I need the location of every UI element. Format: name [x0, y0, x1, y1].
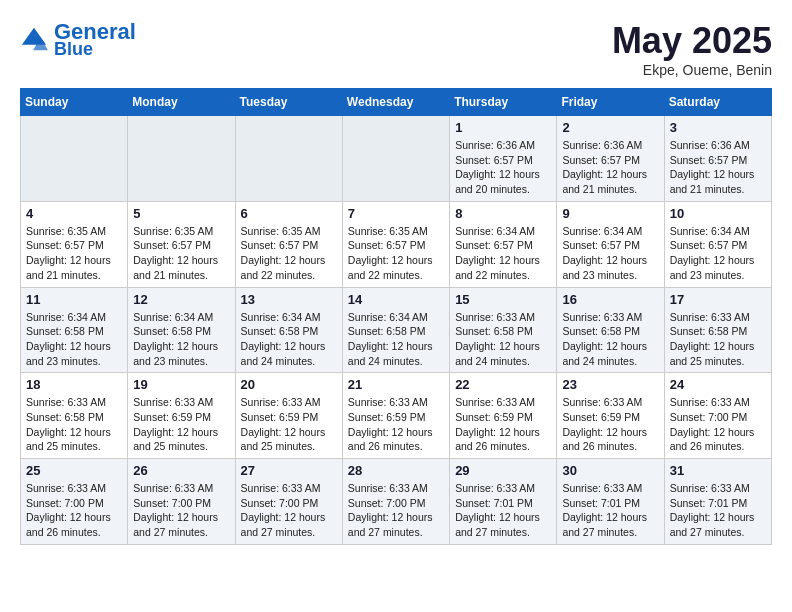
- day-of-week-tuesday: Tuesday: [235, 89, 342, 116]
- day-number: 18: [26, 377, 122, 392]
- day-number: 3: [670, 120, 766, 135]
- logo: General Blue: [20, 20, 136, 60]
- calendar-cell: 26Sunrise: 6:33 AM Sunset: 7:00 PM Dayli…: [128, 459, 235, 545]
- calendar-cell: 31Sunrise: 6:33 AM Sunset: 7:01 PM Dayli…: [664, 459, 771, 545]
- day-number: 6: [241, 206, 337, 221]
- calendar-cell: 3Sunrise: 6:36 AM Sunset: 6:57 PM Daylig…: [664, 116, 771, 202]
- day-number: 27: [241, 463, 337, 478]
- day-number: 12: [133, 292, 229, 307]
- day-info: Sunrise: 6:35 AM Sunset: 6:57 PM Dayligh…: [348, 224, 444, 283]
- logo-text: General Blue: [54, 20, 136, 60]
- calendar-cell: 11Sunrise: 6:34 AM Sunset: 6:58 PM Dayli…: [21, 287, 128, 373]
- calendar-cell: 10Sunrise: 6:34 AM Sunset: 6:57 PM Dayli…: [664, 201, 771, 287]
- day-number: 13: [241, 292, 337, 307]
- day-number: 26: [133, 463, 229, 478]
- day-of-week-wednesday: Wednesday: [342, 89, 449, 116]
- day-number: 19: [133, 377, 229, 392]
- day-info: Sunrise: 6:33 AM Sunset: 7:01 PM Dayligh…: [562, 481, 658, 540]
- day-number: 25: [26, 463, 122, 478]
- day-info: Sunrise: 6:33 AM Sunset: 6:59 PM Dayligh…: [562, 395, 658, 454]
- day-info: Sunrise: 6:33 AM Sunset: 6:58 PM Dayligh…: [455, 310, 551, 369]
- day-number: 1: [455, 120, 551, 135]
- calendar-cell: 13Sunrise: 6:34 AM Sunset: 6:58 PM Dayli…: [235, 287, 342, 373]
- day-number: 21: [348, 377, 444, 392]
- day-info: Sunrise: 6:33 AM Sunset: 6:59 PM Dayligh…: [133, 395, 229, 454]
- day-of-week-friday: Friday: [557, 89, 664, 116]
- calendar-week-row: 1Sunrise: 6:36 AM Sunset: 6:57 PM Daylig…: [21, 116, 772, 202]
- calendar-cell: 28Sunrise: 6:33 AM Sunset: 7:00 PM Dayli…: [342, 459, 449, 545]
- calendar-title: May 2025: [612, 20, 772, 62]
- title-block: May 2025 Ekpe, Oueme, Benin: [612, 20, 772, 78]
- calendar-cell: 16Sunrise: 6:33 AM Sunset: 6:58 PM Dayli…: [557, 287, 664, 373]
- calendar-cell: 2Sunrise: 6:36 AM Sunset: 6:57 PM Daylig…: [557, 116, 664, 202]
- day-number: 9: [562, 206, 658, 221]
- day-info: Sunrise: 6:33 AM Sunset: 7:00 PM Dayligh…: [670, 395, 766, 454]
- calendar-subtitle: Ekpe, Oueme, Benin: [612, 62, 772, 78]
- day-number: 29: [455, 463, 551, 478]
- day-number: 31: [670, 463, 766, 478]
- day-number: 23: [562, 377, 658, 392]
- day-info: Sunrise: 6:36 AM Sunset: 6:57 PM Dayligh…: [562, 138, 658, 197]
- calendar-cell: 24Sunrise: 6:33 AM Sunset: 7:00 PM Dayli…: [664, 373, 771, 459]
- calendar-header-row: SundayMondayTuesdayWednesdayThursdayFrid…: [21, 89, 772, 116]
- day-info: Sunrise: 6:33 AM Sunset: 6:58 PM Dayligh…: [562, 310, 658, 369]
- logo-icon: [20, 26, 48, 54]
- day-of-week-thursday: Thursday: [450, 89, 557, 116]
- day-info: Sunrise: 6:34 AM Sunset: 6:58 PM Dayligh…: [241, 310, 337, 369]
- day-of-week-sunday: Sunday: [21, 89, 128, 116]
- day-number: 4: [26, 206, 122, 221]
- calendar-cell: 15Sunrise: 6:33 AM Sunset: 6:58 PM Dayli…: [450, 287, 557, 373]
- day-info: Sunrise: 6:33 AM Sunset: 7:00 PM Dayligh…: [241, 481, 337, 540]
- day-info: Sunrise: 6:33 AM Sunset: 7:01 PM Dayligh…: [670, 481, 766, 540]
- calendar-cell: 5Sunrise: 6:35 AM Sunset: 6:57 PM Daylig…: [128, 201, 235, 287]
- day-info: Sunrise: 6:33 AM Sunset: 6:59 PM Dayligh…: [241, 395, 337, 454]
- calendar-week-row: 11Sunrise: 6:34 AM Sunset: 6:58 PM Dayli…: [21, 287, 772, 373]
- calendar-cell: [235, 116, 342, 202]
- calendar-cell: 29Sunrise: 6:33 AM Sunset: 7:01 PM Dayli…: [450, 459, 557, 545]
- day-info: Sunrise: 6:33 AM Sunset: 6:58 PM Dayligh…: [26, 395, 122, 454]
- day-number: 14: [348, 292, 444, 307]
- day-info: Sunrise: 6:33 AM Sunset: 7:00 PM Dayligh…: [348, 481, 444, 540]
- day-info: Sunrise: 6:34 AM Sunset: 6:58 PM Dayligh…: [26, 310, 122, 369]
- day-number: 28: [348, 463, 444, 478]
- day-info: Sunrise: 6:33 AM Sunset: 7:00 PM Dayligh…: [26, 481, 122, 540]
- day-info: Sunrise: 6:33 AM Sunset: 6:58 PM Dayligh…: [670, 310, 766, 369]
- calendar-cell: 20Sunrise: 6:33 AM Sunset: 6:59 PM Dayli…: [235, 373, 342, 459]
- calendar-cell: [21, 116, 128, 202]
- day-info: Sunrise: 6:33 AM Sunset: 6:59 PM Dayligh…: [348, 395, 444, 454]
- day-info: Sunrise: 6:34 AM Sunset: 6:58 PM Dayligh…: [133, 310, 229, 369]
- day-number: 7: [348, 206, 444, 221]
- day-info: Sunrise: 6:35 AM Sunset: 6:57 PM Dayligh…: [241, 224, 337, 283]
- calendar-cell: [342, 116, 449, 202]
- day-number: 15: [455, 292, 551, 307]
- day-info: Sunrise: 6:33 AM Sunset: 7:01 PM Dayligh…: [455, 481, 551, 540]
- calendar-cell: 12Sunrise: 6:34 AM Sunset: 6:58 PM Dayli…: [128, 287, 235, 373]
- day-info: Sunrise: 6:34 AM Sunset: 6:57 PM Dayligh…: [562, 224, 658, 283]
- day-number: 11: [26, 292, 122, 307]
- day-info: Sunrise: 6:36 AM Sunset: 6:57 PM Dayligh…: [670, 138, 766, 197]
- day-number: 30: [562, 463, 658, 478]
- calendar-cell: 14Sunrise: 6:34 AM Sunset: 6:58 PM Dayli…: [342, 287, 449, 373]
- day-info: Sunrise: 6:34 AM Sunset: 6:58 PM Dayligh…: [348, 310, 444, 369]
- calendar-cell: 9Sunrise: 6:34 AM Sunset: 6:57 PM Daylig…: [557, 201, 664, 287]
- calendar-cell: 22Sunrise: 6:33 AM Sunset: 6:59 PM Dayli…: [450, 373, 557, 459]
- day-info: Sunrise: 6:35 AM Sunset: 6:57 PM Dayligh…: [133, 224, 229, 283]
- calendar-cell: 6Sunrise: 6:35 AM Sunset: 6:57 PM Daylig…: [235, 201, 342, 287]
- calendar-cell: 25Sunrise: 6:33 AM Sunset: 7:00 PM Dayli…: [21, 459, 128, 545]
- day-info: Sunrise: 6:36 AM Sunset: 6:57 PM Dayligh…: [455, 138, 551, 197]
- calendar-cell: 8Sunrise: 6:34 AM Sunset: 6:57 PM Daylig…: [450, 201, 557, 287]
- day-number: 17: [670, 292, 766, 307]
- calendar-cell: 19Sunrise: 6:33 AM Sunset: 6:59 PM Dayli…: [128, 373, 235, 459]
- calendar-week-row: 18Sunrise: 6:33 AM Sunset: 6:58 PM Dayli…: [21, 373, 772, 459]
- day-info: Sunrise: 6:34 AM Sunset: 6:57 PM Dayligh…: [670, 224, 766, 283]
- day-number: 8: [455, 206, 551, 221]
- calendar-cell: 4Sunrise: 6:35 AM Sunset: 6:57 PM Daylig…: [21, 201, 128, 287]
- calendar-cell: 21Sunrise: 6:33 AM Sunset: 6:59 PM Dayli…: [342, 373, 449, 459]
- calendar-cell: 18Sunrise: 6:33 AM Sunset: 6:58 PM Dayli…: [21, 373, 128, 459]
- day-of-week-monday: Monday: [128, 89, 235, 116]
- day-number: 10: [670, 206, 766, 221]
- day-info: Sunrise: 6:35 AM Sunset: 6:57 PM Dayligh…: [26, 224, 122, 283]
- calendar-cell: 17Sunrise: 6:33 AM Sunset: 6:58 PM Dayli…: [664, 287, 771, 373]
- calendar-cell: 30Sunrise: 6:33 AM Sunset: 7:01 PM Dayli…: [557, 459, 664, 545]
- calendar-cell: 27Sunrise: 6:33 AM Sunset: 7:00 PM Dayli…: [235, 459, 342, 545]
